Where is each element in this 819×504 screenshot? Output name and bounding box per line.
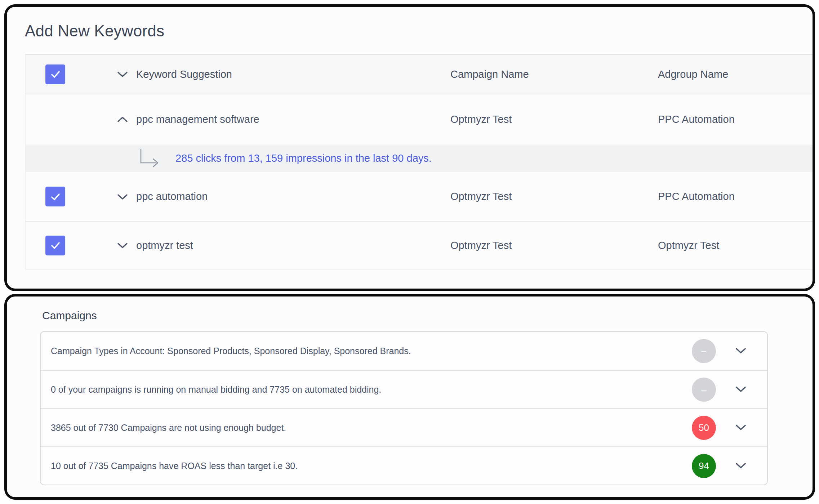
keyword-detail-row: 285 clicks from 13, 159 impressions in t… (26, 144, 813, 172)
header-keyword: Keyword Suggestion (136, 68, 450, 80)
campaign-insight-row[interactable]: Campaign Types in Account: Sponsored Pro… (41, 332, 767, 370)
row-checkbox[interactable] (45, 236, 65, 255)
keyword-cell: ppc automation (136, 191, 450, 202)
chevron-down-icon[interactable] (735, 424, 746, 431)
campaign-cell: Optmyzr Test (450, 240, 658, 251)
insight-text: 3865 out of 7730 Campaigns are not using… (51, 423, 692, 433)
header-campaign: Campaign Name (450, 68, 658, 80)
adgroup-cell: Optmyzr Test (658, 240, 813, 251)
score-badge: – (692, 339, 716, 363)
return-arrow-icon (139, 149, 162, 168)
score-badge: 94 (692, 454, 716, 478)
keyword-row: optmyzr test Optmyzr Test Optmyzr Test (26, 222, 813, 269)
chevron-down-icon[interactable] (735, 348, 746, 354)
chevron-down-icon[interactable] (117, 71, 128, 77)
campaign-cell: Optmyzr Test (450, 113, 658, 125)
panel-title: Add New Keywords (25, 22, 164, 40)
adgroup-cell: PPC Automation (658, 191, 813, 202)
score-badge: 50 (692, 416, 716, 440)
header-chevron-cell (69, 71, 136, 77)
add-new-keywords-panel: Add New Keywords Keyword Suggestion Cam (4, 4, 815, 291)
chevron-down-icon[interactable] (117, 242, 128, 249)
select-all-checkbox[interactable] (45, 64, 65, 84)
insight-text: 10 out of 7735 Campaigns have ROAS less … (51, 461, 692, 471)
keyword-detail-text: 285 clicks from 13, 159 impressions in t… (175, 152, 432, 164)
header-checkbox-cell (26, 64, 69, 84)
campaign-insight-row[interactable]: 3865 out of 7730 Campaigns are not using… (41, 408, 767, 446)
check-icon (49, 68, 62, 80)
adgroup-cell: PPC Automation (658, 113, 813, 125)
campaign-insight-row[interactable]: 0 of your campaigns is running on manual… (41, 370, 767, 408)
header-adgroup: Adgroup Name (658, 68, 813, 80)
insight-text: 0 of your campaigns is running on manual… (51, 384, 692, 395)
campaign-insight-row[interactable]: 10 out of 7735 Campaigns have ROAS less … (41, 446, 767, 485)
campaigns-panel: Campaigns Campaign Types in Account: Spo… (4, 294, 815, 500)
campaigns-list: Campaign Types in Account: Sponsored Pro… (40, 331, 768, 485)
keyword-cell: ppc management software (136, 113, 450, 125)
keywords-table-header-row: Keyword Suggestion Campaign Name Adgroup… (26, 54, 813, 94)
chevron-down-icon[interactable] (735, 386, 746, 393)
chevron-down-icon[interactable] (735, 463, 746, 469)
chevron-down-icon[interactable] (117, 193, 128, 200)
campaign-cell: Optmyzr Test (450, 191, 658, 202)
score-badge: – (692, 378, 716, 402)
keyword-row: ppc management software Optmyzr Test PPC… (26, 94, 813, 144)
keyword-cell: optmyzr test (136, 240, 450, 251)
check-icon (49, 191, 62, 203)
insight-text: Campaign Types in Account: Sponsored Pro… (51, 346, 692, 356)
keywords-table: Keyword Suggestion Campaign Name Adgroup… (25, 54, 813, 269)
check-icon (49, 239, 62, 251)
keyword-row: ppc automation Optmyzr Test PPC Automati… (26, 172, 813, 222)
chevron-up-icon[interactable] (117, 116, 128, 123)
row-checkbox[interactable] (45, 187, 65, 206)
panel-title: Campaigns (42, 309, 97, 322)
